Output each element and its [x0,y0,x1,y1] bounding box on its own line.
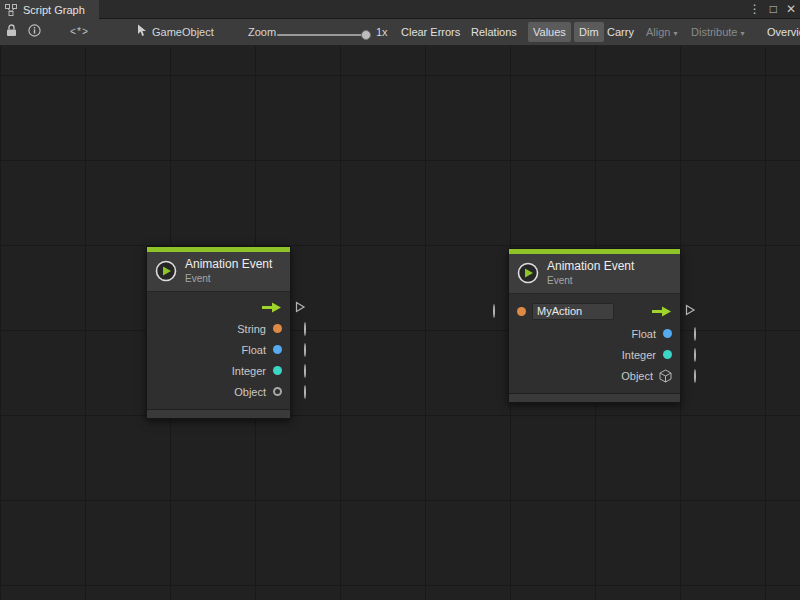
align-dropdown[interactable]: Align▾ [641,22,682,42]
float-output-port[interactable] [694,328,696,340]
code-view-icon[interactable]: <*> [70,27,88,38]
clear-errors-button[interactable]: Clear Errors [396,22,465,42]
values-button[interactable]: Values [528,22,571,42]
distribute-label: Distribute [691,26,737,38]
integer-output-row: Integer [147,360,290,381]
distribute-dropdown[interactable]: Distribute▾ [686,22,749,42]
trigger-flow-arrow-icon [651,306,672,317]
float-type-dot [273,345,282,354]
float-output-row: Float [147,339,290,360]
align-label: Align [646,26,670,38]
node-body: String Float Integer Object [147,292,290,409]
maximize-icon[interactable]: □ [770,0,777,19]
string-type-dot [517,307,526,316]
object-output-row: Object [509,365,680,386]
node-subtitle: Event [547,275,634,286]
integer-type-dot [663,350,672,359]
object-port-label: Object [234,386,266,398]
dim-button[interactable]: Dim [574,22,604,42]
zoom-slider-knob[interactable] [361,30,371,40]
float-output-row: Float [509,323,680,344]
overview-button[interactable]: Overview [762,22,800,42]
integer-port-label: Integer [622,349,656,361]
node-body: Float Integer Object [509,294,680,393]
zoom-label: Zoom [248,26,276,38]
string-output-row: String [147,318,290,339]
integer-output-row: Integer [509,344,680,365]
trigger-output-row [147,297,290,318]
float-port-label: Float [632,328,656,340]
integer-port-label: Integer [232,365,266,377]
tab-script-graph[interactable]: Script Graph [0,0,99,19]
node-animation-event-2[interactable]: Animation Event Event [508,248,681,403]
trigger-flow-arrow-icon [261,302,282,313]
node-footer [147,409,290,418]
event-play-icon [155,260,177,282]
zoom-slider[interactable] [277,34,369,36]
tab-title: Script Graph [23,4,85,16]
cube-icon [659,369,672,383]
node-header[interactable]: Animation Event Event [147,252,290,292]
node-title: Animation Event [185,258,272,271]
string-type-dot [273,324,282,333]
integer-output-port[interactable] [304,365,306,377]
node-footer [509,393,680,402]
event-play-icon [517,262,539,284]
trigger-output-port[interactable] [684,304,696,318]
gameobject-label[interactable]: GameObject [152,26,214,38]
integer-type-dot [273,366,282,375]
lock-icon[interactable] [6,23,17,41]
relations-button[interactable]: Relations [466,22,522,42]
trigger-output-port[interactable] [294,301,306,315]
zoom-value: 1x [376,26,388,38]
float-output-port[interactable] [304,344,306,356]
node-subtitle: Event [185,273,272,284]
float-type-dot [663,329,672,338]
float-port-label: Float [242,344,266,356]
gameobject-cursor-icon [137,23,148,41]
carry-button[interactable]: Carry [602,22,639,42]
node-animation-event-1[interactable]: Animation Event Event Str [146,246,291,419]
close-icon[interactable]: ✕ [786,0,796,19]
graph-canvas[interactable]: Animation Event Event Str [0,46,800,600]
integer-output-port[interactable] [694,349,696,361]
object-output-row: Object [147,381,290,402]
action-input-row [509,299,680,323]
object-port-label: Object [621,370,653,382]
chevron-down-icon: ▾ [740,29,744,38]
title-bar: Script Graph ⋮ □ ✕ [0,0,800,19]
info-icon[interactable] [28,23,41,41]
window-controls: ⋮ □ ✕ [749,0,796,19]
object-output-port[interactable] [694,370,696,382]
object-type-ring-icon [273,387,282,396]
graph-toolbar: <*> GameObject Zoom 1x Clear Errors Rela… [0,19,800,46]
node-header-text: Animation Event Event [547,260,634,286]
action-input-port[interactable] [493,305,495,317]
graph-icon [5,4,17,16]
node-header-text: Animation Event Event [185,258,272,284]
action-name-field[interactable] [532,303,614,320]
string-port-label: String [237,323,266,335]
window-menu-icon[interactable]: ⋮ [749,0,761,19]
string-output-port[interactable] [304,323,306,335]
chevron-down-icon: ▾ [673,29,677,38]
node-title: Animation Event [547,260,634,273]
node-header[interactable]: Animation Event Event [509,254,680,294]
object-output-port[interactable] [304,386,306,398]
